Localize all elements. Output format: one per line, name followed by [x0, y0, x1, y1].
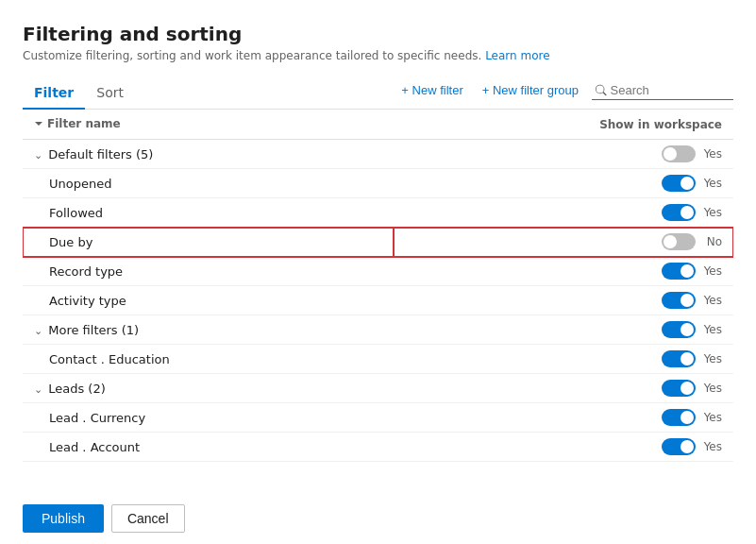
toggle-switch[interactable] — [662, 292, 696, 309]
filter-label: More filters (1) — [48, 323, 139, 337]
toggle-switch[interactable] — [662, 204, 696, 221]
toggle-label: No — [701, 235, 722, 248]
filter-label: Unopened — [49, 177, 111, 191]
filter-label: Lead . Account — [49, 440, 140, 454]
toggle-wrapper: Yes — [405, 380, 722, 397]
filter-label: Default filters (5) — [48, 147, 153, 162]
toggle-wrapper: Yes — [405, 292, 722, 309]
filter-name-cell: Contact . Education — [23, 345, 394, 374]
toggle-switch[interactable] — [662, 233, 696, 250]
toggle-label: Yes — [701, 323, 722, 336]
toggle-label: Yes — [701, 177, 722, 190]
filter-name-cell: Unopened — [23, 169, 394, 198]
toggle-label: Yes — [701, 294, 722, 307]
col-filter-name: Filter name — [23, 110, 394, 140]
toggle-label: Yes — [701, 411, 722, 424]
filter-label: Activity type — [49, 294, 126, 308]
table-row[interactable]: Record typeYes — [23, 257, 733, 286]
toggle-cell: Yes — [394, 169, 733, 198]
toggle-cell: Yes — [394, 315, 733, 345]
filter-name-cell: ⌄Leads (2) — [23, 374, 394, 403]
toggle-label: Yes — [701, 352, 722, 366]
toggle-switch[interactable] — [662, 409, 696, 426]
toggle-label: Yes — [701, 382, 722, 395]
toggle-switch[interactable] — [662, 438, 696, 455]
expand-icon[interactable]: ⌄ — [34, 325, 42, 337]
cancel-button[interactable]: Cancel — [111, 504, 185, 533]
table-row[interactable]: Activity typeYes — [23, 286, 733, 315]
filter-label: Contact . Education — [49, 352, 170, 366]
filter-table-container: Filter name Show in workspace ⌄Default f… — [23, 110, 733, 493]
toggle-switch[interactable] — [662, 350, 696, 367]
learn-more-link[interactable]: Learn more — [485, 49, 549, 62]
filter-label: Followed — [49, 206, 103, 220]
subtitle-text: Customize filtering, sorting and work it… — [23, 49, 481, 62]
search-input[interactable] — [611, 83, 730, 97]
toggle-wrapper: Yes — [405, 409, 722, 426]
filter-name-cell: Due by — [23, 228, 394, 257]
table-row[interactable]: ⌄More filters (1)Yes — [23, 315, 733, 345]
toolbar-right: + New filter + New filter group — [395, 79, 733, 107]
toggle-cell: Yes — [394, 374, 733, 403]
table-row[interactable]: Lead . CurrencyYes — [23, 403, 733, 433]
search-box — [592, 81, 733, 100]
publish-button[interactable]: Publish — [23, 504, 104, 533]
table-row[interactable]: ⌄Default filters (5)Yes — [23, 140, 733, 169]
col-show-in-workspace: Show in workspace — [394, 110, 733, 140]
toggle-cell: Yes — [394, 345, 733, 374]
toggle-switch[interactable] — [662, 321, 696, 338]
toggle-wrapper: Yes — [405, 145, 722, 162]
filter-name-cell: Lead . Currency — [23, 403, 394, 433]
table-row[interactable]: UnopenedYes — [23, 169, 733, 198]
toggle-cell: No — [394, 228, 733, 257]
table-row[interactable]: FollowedYes — [23, 198, 733, 228]
toggle-cell: Yes — [394, 198, 733, 228]
table-row[interactable]: Contact . EducationYes — [23, 345, 733, 374]
toggle-wrapper: Yes — [405, 204, 722, 221]
filter-name-cell: Followed — [23, 198, 394, 228]
footer: Publish Cancel — [23, 493, 733, 544]
filter-name-cell: Lead . Account — [23, 433, 394, 462]
new-filter-group-button[interactable]: + New filter group — [477, 79, 584, 101]
table-row[interactable]: Lead . AccountYes — [23, 433, 733, 462]
table-header-row: Filter name Show in workspace — [23, 110, 733, 140]
toggle-cell: Yes — [394, 257, 733, 286]
expand-icon[interactable]: ⌄ — [34, 149, 42, 162]
filter-table-body: ⌄Default filters (5)YesUnopenedYesFollow… — [23, 140, 733, 462]
filter-label: Lead . Currency — [49, 411, 145, 425]
tab-filter[interactable]: Filter — [23, 77, 85, 110]
toggle-wrapper: Yes — [405, 263, 722, 280]
filter-name-cell: Record type — [23, 257, 394, 286]
toggle-cell: Yes — [394, 286, 733, 315]
toggle-cell: Yes — [394, 403, 733, 433]
filter-name-cell: Activity type — [23, 286, 394, 315]
filter-table: Filter name Show in workspace ⌄Default f… — [23, 110, 733, 462]
new-filter-button[interactable]: + New filter — [395, 79, 468, 101]
page-title: Filtering and sorting — [23, 23, 733, 45]
table-row[interactable]: ⌄Leads (2)Yes — [23, 374, 733, 403]
toggle-wrapper: Yes — [405, 438, 722, 455]
toggle-label: Yes — [701, 206, 722, 219]
toggle-switch[interactable] — [662, 175, 696, 192]
toggle-label: Yes — [701, 147, 722, 161]
expand-icon[interactable]: ⌄ — [34, 383, 42, 396]
search-icon — [596, 84, 607, 96]
filter-label: Leads (2) — [48, 382, 106, 396]
toggle-wrapper: Yes — [405, 350, 722, 367]
toggle-wrapper: Yes — [405, 175, 722, 192]
filter-label: Record type — [49, 264, 123, 279]
filter-name-cell: ⌄More filters (1) — [23, 315, 394, 345]
filter-label: Due by — [49, 235, 92, 249]
sort-icon — [34, 119, 43, 128]
toggle-cell: Yes — [394, 140, 733, 169]
toggle-switch[interactable] — [662, 263, 696, 280]
toggle-wrapper: Yes — [405, 321, 722, 338]
page-subtitle: Customize filtering, sorting and work it… — [23, 49, 733, 62]
tab-sort[interactable]: Sort — [85, 77, 135, 110]
toggle-switch[interactable] — [662, 145, 696, 162]
toggle-label: Yes — [701, 264, 722, 278]
filter-name-cell: ⌄Default filters (5) — [23, 140, 394, 169]
table-row[interactable]: Due byNo — [23, 228, 733, 257]
toggle-wrapper: No — [405, 233, 722, 250]
toggle-switch[interactable] — [662, 380, 696, 397]
